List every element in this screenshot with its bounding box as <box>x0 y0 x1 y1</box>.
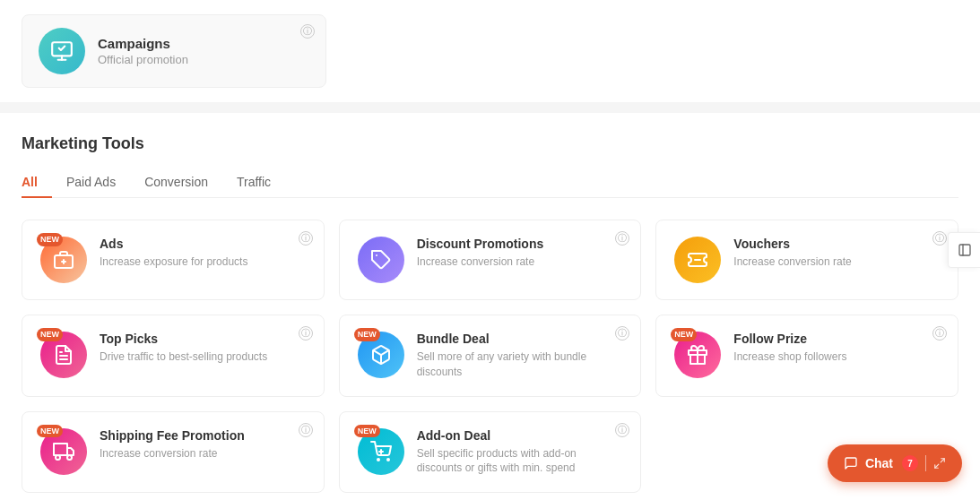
shipping-new-badge: NEW <box>37 425 63 438</box>
tab-conversion[interactable]: Conversion <box>130 168 222 198</box>
follow-prize-icon-wrap: NEW <box>674 332 721 378</box>
chat-icon <box>844 456 858 470</box>
discount-desc: Increase conversion rate <box>417 254 544 270</box>
chat-badge: 7 <box>902 455 918 471</box>
main-section: Marketing Tools All Paid Ads Conversion … <box>0 113 980 500</box>
svg-rect-21 <box>959 245 970 255</box>
campaign-info-icon[interactable]: ⓘ <box>300 24 315 39</box>
tool-card-follow-prize[interactable]: NEW Follow Prize Increase shop followers… <box>655 315 958 397</box>
tab-traffic[interactable]: Traffic <box>222 168 285 198</box>
tool-card-top-picks[interactable]: NEW Top Picks Drive traffic to best-sell… <box>22 315 325 397</box>
follow-prize-info-icon[interactable]: ⓘ <box>932 326 947 341</box>
addon-desc: Sell specific products with add-on disco… <box>417 446 623 477</box>
addon-info: Add-on Deal Sell specific products with … <box>417 428 623 477</box>
svg-point-17 <box>377 459 379 461</box>
tool-card-shipping[interactable]: NEW Shipping Fee Promotion Increase conv… <box>22 411 325 494</box>
bundle-name: Bundle Deal <box>417 332 623 346</box>
svg-point-15 <box>56 455 60 460</box>
tool-card-vouchers[interactable]: Vouchers Increase conversion rate ⓘ <box>655 220 958 300</box>
svg-line-24 <box>935 464 939 468</box>
section-title: Marketing Tools <box>22 134 958 153</box>
ads-icon-wrap: NEW <box>40 237 87 283</box>
svg-marker-14 <box>67 448 74 455</box>
discount-info-icon[interactable]: ⓘ <box>615 231 629 246</box>
sidebar-collapse-icon[interactable] <box>948 232 980 268</box>
bundle-info: Bundle Deal Sell more of any variety wit… <box>417 332 623 380</box>
top-section: Campaigns Official promotion ⓘ <box>0 0 980 102</box>
svg-line-23 <box>941 459 944 462</box>
tool-card-ads[interactable]: NEW Ads Increase exposure for products ⓘ <box>22 220 325 300</box>
follow-prize-name: Follow Prize <box>733 332 846 346</box>
ads-desc: Increase exposure for products <box>100 254 247 270</box>
tool-card-addon[interactable]: NEW Add-on Deal Sell specific products w… <box>339 411 642 494</box>
discount-info: Discount Promotions Increase conversion … <box>417 237 544 270</box>
chat-label: Chat <box>865 456 893 470</box>
addon-new-badge: NEW <box>354 425 380 438</box>
bundle-desc: Sell more of any variety with bundle dis… <box>417 349 623 380</box>
campaign-card[interactable]: Campaigns Official promotion ⓘ <box>22 14 326 88</box>
tab-all[interactable]: All <box>22 168 52 198</box>
campaign-subtitle: Official promotion <box>98 53 188 66</box>
minimize-icon <box>933 457 946 470</box>
tool-card-bundle[interactable]: NEW Bundle Deal Sell more of any variety… <box>339 315 642 397</box>
shipping-info: Shipping Fee Promotion Increase conversi… <box>100 428 245 461</box>
campaign-icon <box>39 28 85 74</box>
top-picks-name: Top Picks <box>100 332 267 346</box>
top-picks-icon-wrap: NEW <box>40 332 87 378</box>
campaign-info: Campaigns Official promotion <box>98 36 188 66</box>
vouchers-icon-wrap <box>674 237 721 283</box>
shipping-name: Shipping Fee Promotion <box>100 428 245 443</box>
tools-grid: NEW Ads Increase exposure for products ⓘ <box>22 220 958 493</box>
top-picks-info: Top Picks Drive traffic to best-selling … <box>100 332 267 365</box>
top-picks-new-badge: NEW <box>37 328 63 341</box>
ads-info-icon[interactable]: ⓘ <box>299 231 313 246</box>
top-picks-desc: Drive traffic to best-selling products <box>100 349 267 365</box>
svg-rect-13 <box>54 444 67 455</box>
follow-prize-new-badge: NEW <box>671 328 697 341</box>
vouchers-name: Vouchers <box>733 237 851 251</box>
chat-button[interactable]: Chat 7 <box>828 444 962 482</box>
bundle-new-badge: NEW <box>354 328 380 341</box>
chat-divider <box>925 455 926 471</box>
svg-point-16 <box>67 455 72 460</box>
campaign-title: Campaigns <box>98 36 188 51</box>
follow-prize-desc: Increase shop followers <box>733 349 846 365</box>
vouchers-info-icon[interactable]: ⓘ <box>932 231 947 246</box>
tabs-container: All Paid Ads Conversion Traffic <box>22 168 958 198</box>
ads-info: Ads Increase exposure for products <box>100 237 247 270</box>
ads-new-badge: NEW <box>37 233 63 246</box>
tool-card-discount[interactable]: Discount Promotions Increase conversion … <box>339 220 642 300</box>
discount-icon-wrap <box>358 237 404 283</box>
follow-prize-info: Follow Prize Increase shop followers <box>733 332 846 365</box>
vouchers-info: Vouchers Increase conversion rate <box>733 237 851 270</box>
ads-name: Ads <box>100 237 247 251</box>
shipping-icon-wrap: NEW <box>40 428 87 475</box>
svg-point-18 <box>387 459 389 461</box>
shipping-desc: Increase conversion rate <box>100 446 245 461</box>
addon-name: Add-on Deal <box>417 428 623 443</box>
vouchers-desc: Increase conversion rate <box>733 254 851 270</box>
discount-name: Discount Promotions <box>417 237 544 251</box>
top-picks-info-icon[interactable]: ⓘ <box>299 326 313 341</box>
bundle-info-icon[interactable]: ⓘ <box>615 326 629 341</box>
tab-paid-ads[interactable]: Paid Ads <box>52 168 130 198</box>
shipping-info-icon[interactable]: ⓘ <box>299 423 313 437</box>
bundle-icon-wrap: NEW <box>358 332 404 378</box>
addon-info-icon[interactable]: ⓘ <box>615 423 629 437</box>
addon-icon-wrap: NEW <box>358 428 404 475</box>
